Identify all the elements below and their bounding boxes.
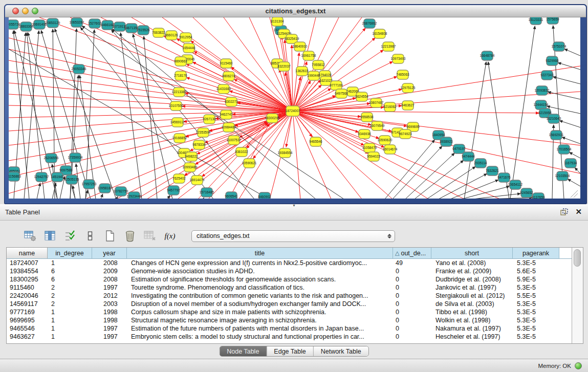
window-titlebar[interactable]: citations_edges.txt — [5, 5, 586, 17]
graph-node[interactable]: 8322037 — [277, 62, 291, 71]
graph-node[interactable]: 9674923 — [399, 129, 412, 139]
graph-node[interactable]: 17957253 — [82, 180, 97, 189]
scrollbar-thumb[interactable] — [574, 249, 581, 267]
close-panel-icon[interactable]: ✕ — [575, 207, 582, 216]
show-columns-icon[interactable] — [43, 230, 57, 242]
tab-network-table[interactable]: Network Table — [313, 346, 368, 356]
graph-node[interactable]: 9463627 — [401, 101, 415, 110]
graph-node[interactable]: 7485063 — [396, 70, 409, 79]
graph-node[interactable]: 12975125 — [401, 83, 416, 93]
graph-node[interactable]: 9137659 — [532, 193, 545, 199]
graph-node[interactable]: 9115460 — [220, 59, 233, 68]
graph-node[interactable]: 18863364 — [19, 22, 34, 31]
table-row[interactable]: 2242004622012Investigating the contribut… — [7, 292, 583, 300]
graph-node[interactable]: 10984487 — [222, 123, 236, 132]
graph-node[interactable]: 3624554 — [355, 92, 368, 101]
graph-node[interactable]: 9457791 — [167, 186, 180, 195]
graph-node[interactable]: 15751074 — [552, 42, 567, 51]
column-header-year[interactable]: year — [92, 248, 127, 259]
graph-node[interactable]: 8660126 — [165, 31, 178, 40]
tab-node-table[interactable]: Node Table — [220, 346, 266, 356]
graph-node[interactable]: 2718176 — [174, 71, 187, 80]
graph-node[interactable]: 9606541 — [225, 192, 238, 199]
table-row[interactable]: 946554611997Estimation of the future num… — [7, 324, 583, 333]
table-row[interactable]: 1830029562008Estimation of significance … — [7, 275, 583, 283]
graph-node[interactable]: 1527602 — [88, 19, 101, 28]
graph-node[interactable]: 26206556 — [44, 154, 59, 163]
graph-node[interactable]: 12353594 — [196, 128, 211, 137]
graph-node[interactable]: 9806274 — [222, 72, 235, 81]
graph-node[interactable]: 29053346 — [72, 64, 86, 74]
column-header-short[interactable]: short — [431, 248, 513, 259]
table-row[interactable]: 1872400712008Changes of HCN gene express… — [7, 259, 583, 267]
graph-node[interactable]: 10993489 — [183, 163, 198, 172]
table-row[interactable]: 1456911722003Disruption of a novel membe… — [7, 300, 583, 308]
graph-node[interactable]: 9267130 — [203, 115, 216, 124]
graph-node[interactable]: 12942757 — [34, 172, 49, 182]
zoom-window-icon[interactable] — [32, 8, 38, 14]
graph-node[interactable]: 16079549 — [370, 121, 385, 130]
new-table-icon[interactable] — [103, 230, 117, 242]
close-window-icon[interactable] — [12, 8, 19, 14]
graph-node[interactable]: 11431683 — [216, 84, 231, 94]
graph-node[interactable]: 6497568 — [335, 89, 348, 98]
graph-node[interactable]: 9245652 — [520, 188, 533, 198]
graph-node[interactable]: 17359934 — [68, 153, 83, 162]
graph-node[interactable]: 1167534 — [564, 159, 577, 168]
graph-node[interactable]: 16210643 — [547, 114, 561, 123]
graph-node[interactable]: 9558538 — [360, 113, 374, 122]
graph-node[interactable]: 10590621 — [242, 159, 257, 168]
graph-node[interactable]: 6216062 — [383, 102, 397, 112]
graph-node[interactable]: 18724007 — [286, 106, 300, 116]
function-icon[interactable]: f(x) — [163, 230, 177, 242]
graph-node[interactable]: 26876862 — [362, 19, 377, 28]
graph-node[interactable]: 1654446 — [182, 43, 195, 53]
graph-node[interactable]: 7625402 — [172, 174, 186, 183]
graph-node[interactable]: 19166852 — [172, 134, 187, 143]
minimize-window-icon[interactable] — [22, 8, 29, 14]
column-settings-icon[interactable] — [24, 230, 37, 242]
graph-node[interactable]: 10807487 — [369, 98, 384, 107]
graph-node[interactable]: 8302271 — [225, 97, 238, 106]
graph-node[interactable]: 12093832 — [535, 86, 550, 95]
row-options-icon[interactable] — [83, 230, 97, 242]
graph-node[interactable]: 9594023 — [367, 152, 380, 161]
citation-network-graph[interactable]: 2405572418863364306914062085312910653287… — [9, 17, 580, 199]
graph-node[interactable]: 17016504 — [557, 145, 572, 154]
graph-node[interactable]: 10654112 — [508, 180, 523, 189]
resize-grip-icon[interactable] — [571, 190, 578, 198]
graph-node[interactable]: 10782759 — [114, 187, 128, 196]
graph-node[interactable]: 9474444 — [462, 152, 475, 161]
graph-node[interactable]: 5912954 — [179, 33, 192, 42]
graph-node[interactable]: 10653287 — [70, 18, 84, 27]
graph-node[interactable]: 7955812 — [312, 60, 325, 70]
graph-node[interactable]: 9329966 — [546, 56, 559, 65]
graph-node[interactable]: 16914479 — [190, 176, 205, 185]
graph-node[interactable]: 10590620 — [378, 136, 393, 145]
column-header-out_degree[interactable]: △out_de... — [393, 248, 431, 259]
splitter-handle-icon[interactable]: ▾ — [293, 203, 295, 208]
column-header-name[interactable]: name — [7, 248, 48, 259]
graph-node[interactable]: 9890663 — [174, 57, 187, 66]
graph-node[interactable]: 8460902 — [258, 192, 271, 199]
graph-node[interactable]: 8131304 — [271, 17, 284, 26]
graph-node[interactable]: 20853129 — [46, 18, 60, 28]
graph-node[interactable]: 8938923 — [440, 137, 453, 146]
graph-node[interactable]: 10107550 — [169, 101, 184, 111]
graph-node[interactable]: 7515526 — [137, 26, 150, 35]
table-row[interactable]: 969969511998Structural magnetic resonanc… — [7, 316, 583, 324]
graph-node[interactable]: 30691406 — [32, 20, 47, 29]
column-header-title[interactable]: title — [127, 248, 393, 259]
graph-node[interactable]: 12213387 — [172, 87, 187, 97]
graph-node[interactable]: 11007537 — [227, 136, 242, 145]
graph-node[interactable]: 12505135 — [64, 175, 79, 184]
graph-node[interactable]: 7632621 — [486, 166, 499, 176]
graph-node[interactable]: 14569117 — [170, 118, 185, 127]
graph-node[interactable]: 8471676 — [497, 173, 511, 182]
float-window-icon[interactable] — [560, 208, 568, 215]
table-row[interactable]: 911546021997Tourette syndrome. Phenomeno… — [7, 283, 583, 292]
graph-node[interactable]: 1362615 — [295, 67, 309, 76]
column-header-in_degree[interactable]: in_degree — [48, 248, 92, 259]
graph-node[interactable]: 9346936 — [358, 129, 371, 139]
graph-node[interactable]: 12923446 — [127, 192, 142, 199]
